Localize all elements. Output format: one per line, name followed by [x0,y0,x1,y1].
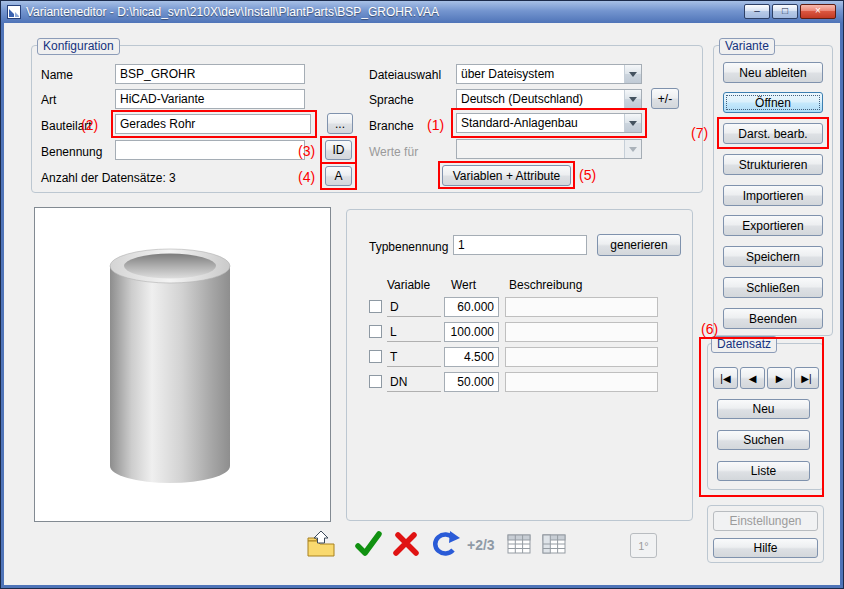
variable-checkbox-d[interactable] [369,300,382,313]
variable-checkbox-l[interactable] [369,325,382,338]
branche-label: Branche [369,119,414,133]
cancel-button[interactable] [391,528,421,560]
konfiguration-caption: Konfiguration [37,38,120,55]
dateiauswahl-value: über Dateisystem [457,67,624,81]
speichern-button[interactable]: Speichern [723,246,823,267]
chevron-down-icon [624,90,641,108]
neu-ableiten-button[interactable]: Neu ableiten [723,62,823,83]
preview-panel [34,207,331,522]
variable-checkbox-t[interactable] [369,350,382,363]
browse-button[interactable]: ... [327,113,353,134]
hilfe-button[interactable]: Hilfe [713,538,818,558]
annotation-7: (7) [691,125,708,141]
generieren-button[interactable]: generieren [597,234,681,256]
sprache-label: Sprache [369,93,414,107]
beschreibung-input-dn [505,372,658,392]
minimize-button[interactable]: – [744,4,770,19]
beschreibung-header: Beschreibung [509,278,582,292]
variable-name-d: D [387,297,441,317]
datensatz-caption: Datensatz [711,336,777,353]
check-icon [354,530,382,558]
maximize-button[interactable]: □ [772,4,798,19]
nav-prev-button[interactable]: ◀ [740,367,765,389]
dateiauswahl-label: Dateiauswahl [369,68,441,82]
undo-arrow-icon [430,529,460,559]
annotation-4: (4) [298,169,315,185]
variablen-attribute-button[interactable]: Variablen + Attribute [442,165,571,186]
typbenennung-label: Typbenennung [369,240,448,254]
art-label: Art [41,93,56,107]
load-folder-button[interactable] [305,528,337,560]
beschreibung-input-d [505,297,658,317]
variable-name-dn: DN [387,372,441,392]
window-title: Varianteneditor - D:\hicad_svn\210X\dev\… [26,5,439,19]
chevron-down-icon [624,114,641,132]
close-button[interactable]: × [800,4,836,19]
nav-first-button[interactable]: |◀ [713,367,738,389]
beenden-button[interactable]: Beenden [723,308,823,329]
exportieren-button[interactable]: Exportieren [723,215,823,236]
window: Varianteneditor - D:\hicad_svn\210X\dev\… [0,0,844,589]
titlebar: Varianteneditor - D:\hicad_svn\210X\dev\… [1,1,843,23]
liste-button[interactable]: Liste [717,461,810,481]
variable-header: Variable [387,278,430,292]
variable-name-l: L [387,322,441,342]
wert-input-dn[interactable] [444,372,499,392]
plus-two-thirds-button: +2/3 [467,537,495,553]
chevron-down-icon [624,140,641,158]
table-button-2 [540,531,568,557]
benennung-label: Benennung [41,145,102,159]
sprache-select[interactable]: Deutsch (Deutschland) [456,89,642,109]
variable-checkbox-dn[interactable] [369,375,382,388]
benennung-input[interactable] [115,140,305,160]
einstellungen-button: Einstellungen [713,511,818,531]
wert-input-l[interactable] [444,322,499,342]
a-button[interactable]: A [325,166,352,186]
darst-bearb-button[interactable]: Darst. bearb. [723,123,823,144]
typbenennung-input[interactable] [453,235,587,255]
plus-minus-button[interactable]: +/- [651,88,679,109]
bauteilart-input[interactable] [115,114,311,134]
x-icon [392,530,420,558]
undo-button[interactable] [429,528,461,560]
oeffnen-button[interactable]: Öffnen [723,92,823,113]
beschreibung-input-l [505,322,658,342]
sprache-value: Deutsch (Deutschland) [457,92,624,106]
one-degree-button: 1° [630,533,657,558]
branche-value: Standard-Anlagenbau [457,116,624,130]
annotation-5: (5) [579,167,596,183]
wert-header: Wert [451,278,476,292]
annotation-2: (2) [81,117,98,133]
chevron-down-icon [624,65,641,83]
werte-fuer-label: Werte für [369,145,418,159]
beschreibung-input-t [505,347,658,367]
variante-caption: Variante [719,38,775,55]
name-input[interactable] [115,64,305,84]
importieren-button[interactable]: Importieren [723,185,823,206]
wert-input-t[interactable] [444,347,499,367]
neu-button[interactable]: Neu [717,399,810,419]
wert-input-d[interactable] [444,297,499,317]
annotation-6: (6) [701,321,718,337]
caption-buttons: – □ × [744,4,836,19]
table-button-1 [505,531,533,557]
apply-button[interactable] [353,528,383,560]
nav-next-button[interactable]: ▶ [767,367,792,389]
suchen-button[interactable]: Suchen [717,430,810,450]
annotation-3: (3) [298,143,315,159]
annotation-1: (1) [427,117,444,133]
strukturieren-button[interactable]: Strukturieren [723,154,823,175]
name-label: Name [41,68,73,82]
branche-select[interactable]: Standard-Anlagenbau [456,113,642,133]
table-icon [541,532,567,556]
nav-last-button[interactable]: ▶| [794,367,819,389]
id-button[interactable]: ID [325,140,352,160]
cylinder-image [35,208,330,521]
schliessen-button[interactable]: Schließen [723,277,823,298]
art-input[interactable] [115,89,305,109]
open-folder-icon [306,529,336,559]
app-icon [7,5,21,19]
dateiauswahl-select[interactable]: über Dateisystem [456,64,642,84]
variable-name-t: T [387,347,441,367]
table-icon [506,532,532,556]
